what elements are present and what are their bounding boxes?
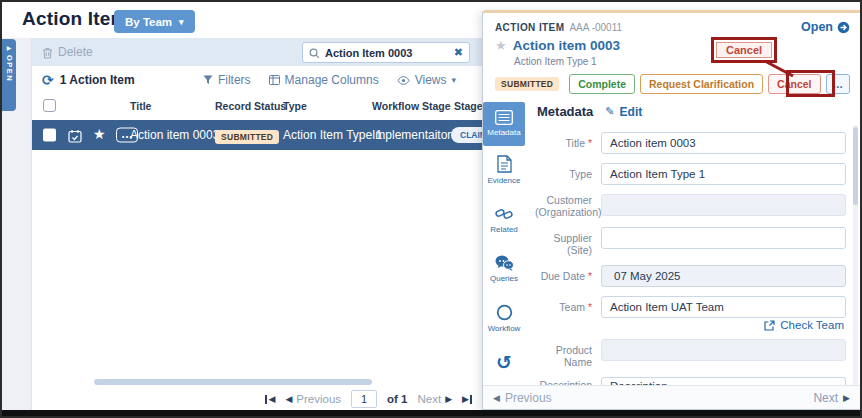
tab-history[interactable]: ↺	[483, 343, 525, 381]
filters-button[interactable]: Filters	[203, 73, 251, 87]
search-input[interactable]	[325, 47, 449, 59]
complete-button[interactable]: Complete	[569, 74, 635, 94]
claim-button[interactable]: CLAIM	[451, 127, 482, 143]
calendar-check-icon[interactable]	[68, 126, 82, 144]
column-title[interactable]: Title	[130, 100, 151, 112]
request-clarification-button[interactable]: Request Clarification	[640, 74, 763, 94]
status-badge: SUBMITTED	[495, 77, 559, 91]
column-type[interactable]: Type	[283, 100, 307, 112]
expand-arrow-icon: ▶	[7, 44, 12, 52]
row-title: Action item 0003	[130, 128, 219, 142]
metadata-icon	[495, 110, 513, 125]
open-nav-tab[interactable]: ▶ OPEN	[2, 39, 16, 111]
funnel-icon	[203, 75, 213, 85]
link-chain-icon	[495, 206, 513, 222]
type-input[interactable]: Action Item Type 1	[601, 163, 846, 185]
table-header: Title Record Status Type Workflow Stage …	[32, 94, 482, 120]
check-team-link[interactable]: Check Team	[764, 319, 844, 331]
supplier-input[interactable]	[601, 227, 846, 249]
metadata-section: Metadata ✎ Edit Title * Action item 0003…	[525, 102, 860, 381]
column-record-status[interactable]: Record Status	[215, 100, 286, 112]
due-date-input[interactable]: 07 May 2025	[601, 265, 846, 287]
record-id: AAA -00011	[569, 22, 622, 33]
column-stage[interactable]: Stage	[454, 100, 483, 112]
entity-type-label: ACTION ITEM	[495, 22, 564, 33]
pencil-icon: ✎	[605, 105, 614, 118]
arrow-right-icon: ▶	[843, 393, 850, 403]
open-tab-label: OPEN	[5, 55, 14, 82]
panel-next-label: Next	[813, 391, 838, 405]
item-count: 1 Action Item	[60, 73, 135, 87]
manage-columns-button[interactable]: Manage Columns	[269, 73, 379, 87]
views-label: Views	[415, 73, 447, 87]
tab-metadata[interactable]: Metadata	[483, 102, 525, 146]
delete-label: Delete	[58, 45, 93, 59]
refresh-icon[interactable]: ⟳	[42, 72, 54, 88]
tab-workflow[interactable]: Workflow	[483, 294, 525, 343]
row-checkbox[interactable]	[43, 129, 56, 142]
list-header-bar: ⟳ 1 Action Item Filters Manage Columns V…	[32, 66, 482, 94]
detail-panel: ACTION ITEM AAA -00011 Open ★ Action ite…	[482, 10, 861, 410]
row-type: Action Item Type 1	[283, 128, 382, 142]
arrow-left-icon: ◀	[493, 393, 500, 403]
search-box: ✖	[302, 42, 470, 63]
open-record-link[interactable]: Open	[801, 20, 850, 34]
field-title: Title * Action item 0003	[535, 132, 846, 154]
field-type: Type Action Item Type 1	[535, 163, 846, 185]
chevron-down-icon: ▾	[179, 17, 184, 27]
annotation-label: Cancel	[716, 42, 772, 58]
open-arrow-icon	[837, 21, 850, 34]
delete-button[interactable]: Delete	[42, 45, 93, 59]
tab-evidence[interactable]: Evidence	[483, 146, 525, 195]
column-workflow-stage[interactable]: Workflow Stage	[372, 100, 451, 112]
product-name-input	[601, 339, 846, 361]
clear-search-icon[interactable]: ✖	[454, 46, 463, 59]
pagination: ◀ ◀ Previous 1 of 1 Next ▶ ▶	[32, 389, 472, 409]
record-title-link[interactable]: Action item 0003	[513, 38, 620, 53]
chat-bubbles-icon	[495, 255, 514, 271]
app-window: Action Items By Team ▾ ▶ OPEN Delete ✖ ⟳…	[0, 0, 862, 418]
edit-button[interactable]: ✎ Edit	[605, 105, 642, 119]
previous-page-button[interactable]: ◀ Previous	[285, 393, 341, 405]
more-actions-button[interactable]: …	[826, 74, 851, 94]
circle-icon	[496, 304, 513, 321]
panel-footer: ◀ Previous Next ▶	[483, 385, 860, 409]
search-icon	[309, 44, 320, 62]
panel-previous-button[interactable]: ◀ Previous	[493, 391, 552, 405]
field-product-name: Product Name	[535, 339, 846, 368]
arrow-right-icon: ▶	[445, 394, 452, 404]
select-all-checkbox[interactable]	[43, 99, 56, 112]
next-page-button[interactable]: Next ▶	[418, 393, 453, 405]
by-team-label: By Team	[125, 16, 172, 28]
cancel-button[interactable]: Cancel	[768, 74, 820, 94]
field-due-date: Due Date * 07 May 2025	[535, 265, 846, 287]
panel-scrollbar[interactable]	[853, 125, 858, 387]
first-page-button[interactable]: ◀	[265, 394, 275, 404]
required-mark: *	[588, 301, 592, 313]
page-number-input[interactable]: 1	[351, 390, 377, 408]
team-input[interactable]: Action Item UAT Team	[601, 296, 846, 318]
external-link-icon	[764, 320, 775, 331]
title-input[interactable]: Action item 0003	[601, 132, 846, 154]
window-bottom-edge	[2, 410, 860, 416]
tab-related[interactable]: Related	[483, 195, 525, 244]
views-dropdown[interactable]: Views ▾	[397, 73, 456, 87]
columns-icon	[269, 75, 280, 85]
customer-input	[601, 194, 846, 216]
favorite-star-icon[interactable]: ★	[495, 38, 507, 53]
row-workflow-stage: Implementaiton	[372, 128, 454, 142]
panel-next-button[interactable]: Next ▶	[813, 391, 850, 405]
panel-scrollbar-thumb[interactable]	[853, 127, 858, 205]
required-mark: *	[588, 137, 592, 149]
history-icon: ↺	[496, 351, 512, 374]
section-title: Metadata	[537, 104, 593, 119]
tab-queries[interactable]: Queries	[483, 244, 525, 293]
horizontal-scrollbar[interactable]	[94, 379, 372, 385]
record-subtitle: Action Item Type 1	[514, 56, 850, 67]
table-row[interactable]: ★ … Action item 0003 SUBMITTED Action It…	[32, 120, 482, 150]
field-team: Team * Action Item UAT Team	[535, 296, 846, 318]
previous-label: Previous	[296, 393, 341, 405]
last-page-button[interactable]: ▶	[462, 394, 472, 404]
by-team-dropdown[interactable]: By Team ▾	[114, 10, 195, 33]
favorite-star-icon[interactable]: ★	[93, 126, 106, 142]
